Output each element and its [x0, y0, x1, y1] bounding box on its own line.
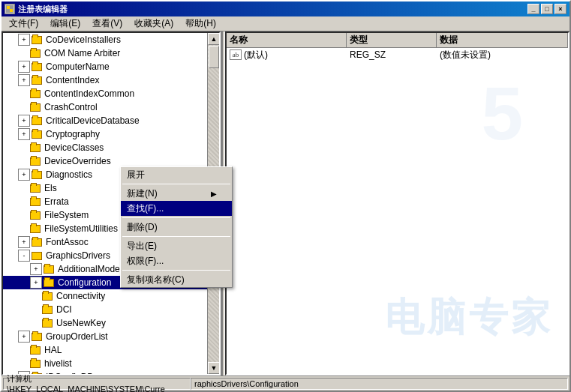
folder-icon	[32, 373, 44, 375]
expand-icon[interactable]: +	[18, 61, 30, 73]
col-data: (数值未设置)	[440, 49, 565, 61]
expand-icon[interactable]: +	[18, 34, 30, 46]
svg-rect-2	[10, 9, 13, 12]
tree-label: ComputerName	[46, 61, 110, 72]
tree-label: GroupOrderList	[46, 331, 108, 342]
folder-icon	[30, 49, 42, 58]
folder-icon	[30, 184, 42, 193]
tree-label: Configuration	[58, 277, 111, 288]
expand-icon[interactable]: +	[18, 236, 30, 248]
col-type: REG_SZ	[350, 49, 440, 60]
status-bar: 计算机\HKEY_LOCAL_MACHINE\SYSTEM\Curre raph…	[2, 376, 569, 391]
col-name: ab (默认)	[230, 49, 350, 61]
maximize-button[interactable]: □	[541, 4, 553, 14]
tree-item-dci[interactable]: DCI	[3, 303, 207, 316]
menu-edit[interactable]: 编辑(E)	[46, 16, 85, 31]
tree-label: DeviceOverrides	[44, 156, 111, 166]
tree-label: GraphicsDrivers	[46, 250, 110, 261]
folder-icon	[30, 103, 42, 112]
submenu-arrow: ▶	[211, 190, 217, 198]
folder-icon	[32, 35, 44, 45]
tree-item-contentindexcommon[interactable]: ContentIndexCommon	[3, 87, 207, 100]
folder-icon	[30, 211, 42, 220]
title-controls: _ □ ×	[527, 4, 566, 14]
ctx-delete[interactable]: 删除(D)	[121, 220, 232, 235]
ctx-separator-3	[122, 236, 230, 237]
tree-item-usenewkey[interactable]: UseNewKey	[3, 316, 207, 330]
folder-icon	[30, 143, 42, 153]
menu-file[interactable]: 文件(F)	[5, 16, 43, 31]
main-content: + CoDeviceInstallers COM Name Arbiter + …	[2, 31, 569, 376]
tree-label: UseNewKey	[56, 318, 106, 328]
tree-item-codeviceinstallers[interactable]: + CoDeviceInstallers	[3, 33, 207, 46]
menu-view[interactable]: 查看(V)	[88, 16, 127, 31]
tree-label: FileSystem	[44, 210, 89, 220]
expand-icon[interactable]: -	[18, 250, 30, 262]
folder-icon	[30, 359, 42, 369]
close-button[interactable]: ×	[554, 4, 566, 14]
menu-help[interactable]: 帮助(H)	[181, 16, 221, 31]
tree-item-grouporderlist[interactable]: + GroupOrderList	[3, 330, 207, 343]
tree-label: HAL	[44, 345, 62, 355]
expand-icon[interactable]: +	[18, 169, 30, 181]
ctx-find[interactable]: 查找(F)...	[121, 201, 232, 216]
tree-label: DCI	[56, 304, 72, 315]
tree-item-computername[interactable]: + ComputerName	[3, 60, 207, 73]
tree-label: ContentIndex	[46, 75, 99, 85]
value-icon: ab	[230, 49, 242, 60]
ctx-separator-2	[122, 217, 230, 218]
right-panel-header: 名称 类型 数据	[227, 33, 568, 48]
tree-item-comname[interactable]: COM Name Arbiter	[3, 46, 207, 60]
folder-icon	[30, 89, 42, 99]
tree-item-hal[interactable]: HAL	[3, 343, 207, 357]
expand-icon[interactable]: +	[30, 263, 42, 275]
menu-bar: 文件(F) 编辑(E) 查看(V) 收藏夹(A) 帮助(H)	[2, 16, 569, 31]
scroll-down-btn[interactable]: ▼	[208, 362, 220, 374]
tree-item-contentindex[interactable]: + ContentIndex	[3, 73, 207, 87]
tree-label: hivelist	[44, 358, 72, 369]
scroll-up-btn[interactable]: ▲	[208, 33, 220, 45]
expand-icon[interactable]: +	[18, 74, 30, 86]
tree-label: ContentIndexCommon	[44, 88, 134, 99]
col-header-data: 数据	[437, 33, 568, 47]
tree-item-criticaldevice[interactable]: + CriticalDeviceDatabase	[3, 114, 207, 127]
expand-icon[interactable]: +	[18, 331, 30, 343]
expand-icon[interactable]: +	[30, 277, 42, 289]
folder-icon	[32, 76, 44, 85]
folder-icon	[30, 346, 42, 355]
tree-item-hivelist[interactable]: hivelist	[3, 357, 207, 370]
tree-item-connectivity[interactable]: Connectivity	[3, 289, 207, 303]
tree-label: Connectivity	[56, 291, 105, 301]
folder-icon	[32, 170, 44, 180]
ctx-export[interactable]: 导出(E)	[121, 238, 232, 253]
tree-label: DeviceClasses	[44, 142, 104, 153]
folder-icon	[32, 332, 44, 342]
tree-label: Els	[44, 183, 57, 193]
ctx-expand[interactable]: 展开	[121, 167, 232, 182]
menu-favorites[interactable]: 收藏夹(A)	[130, 16, 178, 31]
ctx-permissions[interactable]: 权限(F)...	[121, 253, 232, 268]
minimize-button[interactable]: _	[527, 4, 539, 14]
col-header-type: 类型	[347, 33, 437, 47]
scroll-thumb[interactable]	[209, 46, 219, 68]
tree-item-crashcontrol[interactable]: CrashControl	[3, 100, 207, 114]
ctx-separator-4	[122, 270, 230, 271]
tree-label: FontAssoc	[46, 237, 89, 247]
expand-icon[interactable]: +	[18, 128, 30, 140]
value-name: (默认)	[244, 49, 268, 61]
ctx-new[interactable]: 新建(N) ▶	[121, 186, 232, 201]
tree-label: FileSystemUtilities	[44, 223, 118, 234]
expand-icon[interactable]: +	[18, 115, 30, 127]
folder-icon	[30, 224, 42, 234]
title-bar: 注册表编辑器 _ □ ×	[2, 1, 569, 16]
ctx-copy-name[interactable]: 复制项名称(C)	[121, 272, 232, 287]
right-panel: 名称 类型 数据 ab (默认) REG_SZ (数值未设置) 电脑专家 5	[225, 31, 569, 376]
tree-item-deviceclasses[interactable]: DeviceClasses	[3, 141, 207, 154]
tree-item-cryptography[interactable]: + Cryptography	[3, 127, 207, 141]
status-right: raphicsDrivers\Configuration	[191, 378, 568, 390]
folder-icon	[42, 319, 54, 328]
title-bar-left: 注册表编辑器	[5, 4, 68, 15]
folder-icon	[30, 157, 42, 166]
folder-icon-open	[32, 251, 44, 261]
window-title: 注册表编辑器	[18, 4, 68, 15]
